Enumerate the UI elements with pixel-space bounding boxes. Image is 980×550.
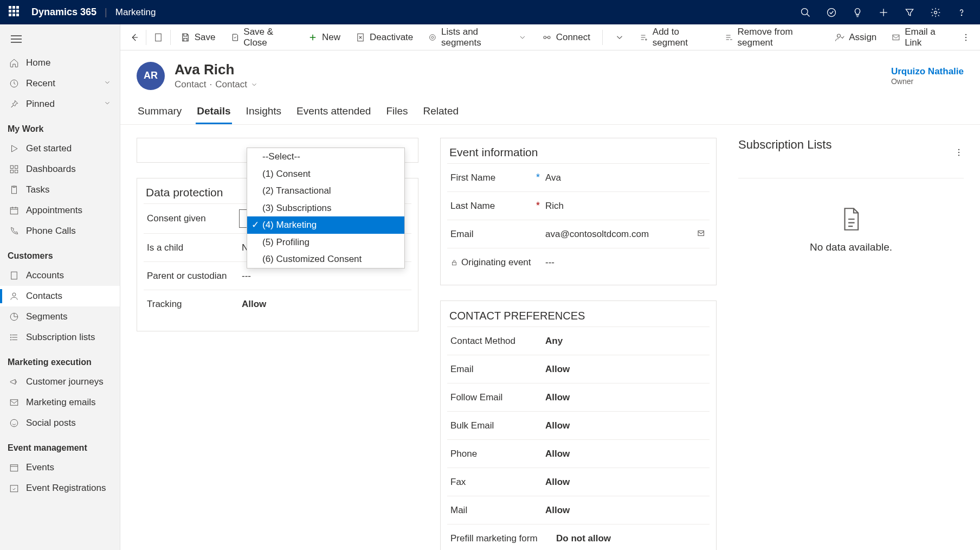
nav-events[interactable]: Events bbox=[0, 457, 120, 478]
nav-label: Social posts bbox=[26, 418, 76, 429]
email-link-button[interactable]: Email a Link bbox=[884, 24, 956, 53]
help-icon[interactable] bbox=[949, 0, 975, 24]
field-pref-follow-email[interactable]: Follow EmailAllow bbox=[447, 383, 710, 411]
tab-related[interactable]: Related bbox=[422, 100, 460, 124]
back-button[interactable] bbox=[125, 27, 144, 48]
tab-summary[interactable]: Summary bbox=[137, 100, 183, 124]
field-pref-phone[interactable]: PhoneAllow bbox=[447, 439, 710, 468]
list-icon bbox=[9, 332, 20, 343]
mail-icon bbox=[9, 397, 20, 408]
nav-segments[interactable]: Segments bbox=[0, 306, 120, 327]
dropdown-option-4[interactable]: (4) Marketing bbox=[247, 216, 404, 234]
field-last-name[interactable]: Last Name* Rich bbox=[447, 191, 710, 220]
nav-event-registrations[interactable]: Event Registrations bbox=[0, 478, 120, 498]
lightbulb-icon[interactable] bbox=[844, 0, 871, 24]
chevron-down-icon[interactable] bbox=[250, 81, 258, 88]
topbar-separator: | bbox=[105, 7, 107, 18]
svg-point-47 bbox=[837, 34, 841, 37]
task-icon[interactable] bbox=[818, 0, 844, 24]
svg-rect-16 bbox=[10, 208, 18, 214]
connect-button[interactable]: Connect bbox=[534, 25, 632, 49]
tab-insights[interactable]: Insights bbox=[245, 100, 282, 124]
dropdown-option-6[interactable]: (6) Customized Consent bbox=[247, 251, 404, 268]
more-commands-button[interactable] bbox=[957, 33, 976, 42]
app-launcher-icon[interactable] bbox=[9, 6, 22, 19]
remove-from-segment-button[interactable]: Remove from segment bbox=[717, 24, 828, 53]
section-title: CONTACT PREFERENCES bbox=[441, 301, 716, 327]
nav-contacts[interactable]: Contacts bbox=[0, 286, 120, 306]
nav-recent[interactable]: Recent bbox=[0, 73, 120, 94]
product-name: Dynamics 365 bbox=[31, 7, 96, 18]
cmd-label: Connect bbox=[556, 32, 590, 43]
dropdown-option-placeholder[interactable]: --Select-- bbox=[247, 148, 404, 165]
field-originating-event[interactable]: Originating event --- bbox=[447, 248, 710, 276]
svg-point-50 bbox=[965, 36, 966, 37]
record-header: AR Ava Rich Contact · Contact Urquizo Na… bbox=[120, 50, 980, 95]
nav-subscription-lists[interactable]: Subscription lists bbox=[0, 327, 120, 348]
nav-customer-journeys[interactable]: Customer journeys bbox=[0, 372, 120, 392]
no-data-text: No data available. bbox=[810, 241, 892, 253]
svg-point-45 bbox=[547, 36, 550, 39]
dropdown-option-5[interactable]: (5) Profiling bbox=[247, 234, 404, 251]
svg-point-51 bbox=[965, 40, 966, 41]
field-pref-email[interactable]: EmailAllow bbox=[447, 355, 710, 383]
assign-button[interactable]: Assign bbox=[827, 28, 884, 47]
settings-icon[interactable] bbox=[923, 0, 949, 24]
save-close-button[interactable]: Save & Close bbox=[223, 24, 300, 53]
avatar: AR bbox=[137, 62, 165, 90]
add-icon[interactable] bbox=[871, 0, 897, 24]
field-first-name[interactable]: First Name* Ava bbox=[447, 163, 710, 191]
dropdown-option-2[interactable]: (2) Transactional bbox=[247, 182, 404, 200]
deactivate-button[interactable]: Deactivate bbox=[348, 28, 421, 47]
tab-details[interactable]: Details bbox=[196, 100, 231, 124]
nav-accounts[interactable]: Accounts bbox=[0, 265, 120, 286]
pie-icon bbox=[9, 311, 20, 322]
field-pref-mail[interactable]: MailAllow bbox=[447, 496, 710, 524]
svg-rect-52 bbox=[698, 231, 704, 235]
dropdown-option-3[interactable]: (3) Subscriptions bbox=[247, 200, 404, 217]
toggle-panel-button[interactable] bbox=[149, 27, 167, 48]
nav-tasks[interactable]: Tasks bbox=[0, 180, 120, 200]
nav-dashboards[interactable]: Dashboards bbox=[0, 159, 120, 180]
sidebar-toggle[interactable] bbox=[0, 28, 120, 53]
field-email[interactable]: Email ava@contosoltdcom.com bbox=[447, 220, 710, 248]
nav-social-posts[interactable]: Social posts bbox=[0, 413, 120, 433]
edit-icon[interactable] bbox=[697, 228, 706, 240]
nav-group-marketing: Marketing execution bbox=[0, 348, 120, 372]
nav-label: Pinned bbox=[26, 99, 55, 110]
more-icon[interactable] bbox=[954, 148, 964, 159]
field-pref-fax[interactable]: FaxAllow bbox=[447, 468, 710, 496]
lists-segments-button[interactable]: Lists and segments bbox=[421, 24, 534, 53]
nav-group-customers: Customers bbox=[0, 241, 120, 265]
field-contact-method[interactable]: Contact MethodAny bbox=[447, 327, 710, 355]
add-to-segment-button[interactable]: Add to segment bbox=[632, 24, 717, 53]
subscription-lists-title: Subscription Lists bbox=[738, 138, 831, 152]
nav-pinned[interactable]: Pinned bbox=[0, 94, 120, 114]
svg-rect-36 bbox=[156, 34, 162, 41]
filter-icon[interactable] bbox=[897, 0, 923, 24]
dashboard-icon bbox=[9, 164, 20, 175]
consent-dropdown[interactable]: --Select-- (1) Consent (2) Transactional… bbox=[247, 148, 405, 268]
nav-home[interactable]: Home bbox=[0, 53, 120, 73]
field-prefill-form[interactable]: Prefill marketing formDo not allow bbox=[447, 524, 710, 550]
nav-appointments[interactable]: Appointments bbox=[0, 200, 120, 221]
nav-label: Marketing emails bbox=[26, 397, 96, 408]
nav-marketing-emails[interactable]: Marketing emails bbox=[0, 392, 120, 413]
field-tracking[interactable]: Tracking Allow bbox=[144, 290, 411, 318]
app-name: Marketing bbox=[115, 7, 156, 18]
nav-phone-calls[interactable]: Phone Calls bbox=[0, 221, 120, 241]
save-button[interactable]: Save bbox=[173, 28, 223, 47]
document-icon bbox=[840, 207, 862, 232]
tab-events-attended[interactable]: Events attended bbox=[295, 100, 372, 124]
field-pref-bulk-email[interactable]: Bulk EmailAllow bbox=[447, 411, 710, 439]
cmd-label: Assign bbox=[849, 32, 876, 43]
form-selector[interactable]: Contact bbox=[215, 79, 247, 90]
search-icon[interactable] bbox=[792, 0, 818, 24]
nav-label: Segments bbox=[26, 311, 68, 322]
nav-get-started[interactable]: Get started bbox=[0, 138, 120, 159]
new-button[interactable]: New bbox=[300, 28, 348, 47]
smile-icon bbox=[9, 418, 20, 429]
tab-files[interactable]: Files bbox=[385, 100, 409, 124]
dropdown-option-1[interactable]: (1) Consent bbox=[247, 165, 404, 183]
owner-block[interactable]: Urquizo Nathalie Owner bbox=[891, 66, 964, 86]
